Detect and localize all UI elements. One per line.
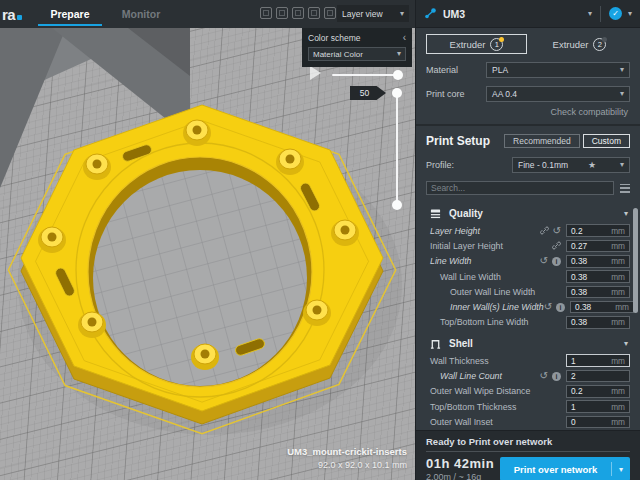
settings-list: Quality▾Layer Height↺0.2mmInitial Layer … <box>416 200 630 430</box>
extruder-2-tab[interactable]: Extruder 2 <box>529 34 630 54</box>
unit-text: mm <box>611 386 625 396</box>
layer-slider-upper-handle[interactable] <box>392 88 402 98</box>
unit-text: mm <box>611 317 625 327</box>
section-header-shell[interactable]: Shell▾ <box>416 333 630 353</box>
check-compatibility-link[interactable]: Check compatibility <box>428 107 628 117</box>
network-printer-icon <box>424 7 437 20</box>
value-field[interactable]: 2 <box>566 370 630 383</box>
value-field[interactable]: 1mm <box>566 400 630 413</box>
link-icon[interactable] <box>552 241 561 250</box>
color-scheme-panel: Color scheme ‹ Material Color▾ <box>302 28 412 67</box>
value-field[interactable]: 0.38mm <box>566 286 630 299</box>
material-label: Material <box>426 65 486 75</box>
info-icon[interactable]: i <box>552 372 561 381</box>
extruder-label: Extruder <box>450 39 486 50</box>
link-icon[interactable] <box>540 226 549 235</box>
print-over-network-button[interactable]: Print over network ▾ <box>500 457 630 480</box>
machine-dropdown-chevron[interactable]: ▾ <box>588 10 592 18</box>
scrollbar-handle[interactable] <box>633 208 638 313</box>
chevron-down-icon: ▾ <box>400 10 404 18</box>
model-3d[interactable] <box>0 0 415 480</box>
connection-status-icon: ✓ <box>609 7 622 20</box>
setting-row-layer-height: Layer Height↺0.2mm <box>416 223 630 238</box>
tab-prepare[interactable]: Prepare <box>36 0 104 28</box>
setting-row-outer-wall-inset: Outer Wall Inset0mm <box>416 414 630 429</box>
value-field[interactable]: 0.38mm <box>566 270 630 283</box>
custom-button[interactable]: Custom <box>583 134 630 148</box>
collapse-panel-icon[interactable]: ‹ <box>403 32 406 43</box>
layer-slider-lower-handle[interactable] <box>392 200 402 210</box>
layer-slider[interactable] <box>396 93 398 205</box>
revert-icon[interactable]: ↺ <box>553 226 561 236</box>
view-left-icon[interactable] <box>308 7 320 19</box>
value-field[interactable]: 0.2mm <box>566 385 630 398</box>
value-text: 0.38 <box>571 287 587 297</box>
value-text: 0.38 <box>575 302 591 312</box>
setting-label: Top/Bottom Line Width <box>430 317 529 327</box>
unit-text: mm <box>611 417 625 427</box>
print-core-select[interactable]: AA 0.4▾ <box>486 86 630 102</box>
recommended-button[interactable]: Recommended <box>504 134 580 148</box>
value-field[interactable]: 0.38mm <box>570 301 634 314</box>
search-input[interactable] <box>426 181 614 195</box>
view-right-icon[interactable] <box>324 7 336 19</box>
value-text: 1 <box>571 402 576 412</box>
settings-filter-icon[interactable] <box>620 184 630 193</box>
setting-label: Outer Wall Line Width <box>430 287 535 297</box>
chevron-down-icon: ▾ <box>620 66 624 74</box>
model-dimensions: 92.0 x 92.0 x 10.1 mm <box>287 460 407 470</box>
setting-label: Top/Bottom Thickness <box>430 402 516 412</box>
unit-text: mm <box>611 356 625 366</box>
value-field[interactable]: 0.27mm <box>566 240 630 253</box>
unit-text: mm <box>611 287 625 297</box>
chevron-down-icon[interactable]: ▾ <box>612 465 630 474</box>
extruder-1-tab[interactable]: Extruder 1 <box>426 34 527 54</box>
extruder-status-dot <box>499 37 504 42</box>
revert-icon[interactable]: ↺ <box>544 302 552 312</box>
view-3d-icon[interactable] <box>260 7 272 19</box>
info-icon[interactable]: i <box>556 303 565 312</box>
favorite-star-icon[interactable]: ★ <box>588 160 596 170</box>
view-top-icon[interactable] <box>292 7 304 19</box>
value-field[interactable]: 1mm <box>566 354 630 367</box>
path-slider-handle[interactable] <box>393 70 403 80</box>
print-time-estimate: 01h 42min <box>426 456 494 471</box>
value-text: 0.38 <box>571 256 587 266</box>
divider <box>426 451 630 452</box>
setting-row-top-bottom-thickness: Top/Bottom Thickness1mm <box>416 399 630 414</box>
status-dropdown-chevron[interactable]: ▾ <box>628 10 632 18</box>
path-slider[interactable] <box>332 74 398 76</box>
tab-monitor[interactable]: Monitor <box>112 0 170 28</box>
value-field[interactable]: 0mm <box>566 416 630 429</box>
value-field[interactable]: 0.38mm <box>566 316 630 329</box>
revert-icon[interactable]: ↺ <box>540 256 548 266</box>
extruder-number-badge: 2 <box>593 38 606 51</box>
model-label: UM3_mount-crickit-inserts 92.0 x 92.0 x … <box>287 446 407 470</box>
color-scheme-dropdown[interactable]: Material Color▾ <box>308 47 406 61</box>
section-title: Quality <box>449 208 483 219</box>
info-icon[interactable]: i <box>552 257 561 266</box>
value-text: 0.2 <box>571 226 583 236</box>
setting-row-wall-line-count: Wall Line Count↺i2 <box>416 368 630 383</box>
view-mode-dropdown[interactable]: Layer view▾ <box>337 5 409 22</box>
top-toolbar: ra Prepare Monitor Layer view▾ <box>0 0 415 28</box>
settings-panel: Quality▾Layer Height↺0.2mmInitial Layer … <box>416 200 640 430</box>
value-text: 0.38 <box>571 272 587 282</box>
unit-text: mm <box>611 241 625 251</box>
value-field[interactable]: 0.38mm <box>566 255 630 268</box>
profile-row: Profile: Fine - 0.1mm ★ ▾ <box>426 157 630 173</box>
shell-icon <box>430 338 441 349</box>
material-select[interactable]: PLA▾ <box>486 62 630 78</box>
view-front-icon[interactable] <box>276 7 288 19</box>
profile-label: Profile: <box>426 160 512 170</box>
section-header-quality[interactable]: Quality▾ <box>416 203 630 223</box>
value-field[interactable]: 0.2mm <box>566 224 630 237</box>
setting-label: Line Width <box>430 256 472 266</box>
revert-icon[interactable]: ↺ <box>540 371 548 381</box>
value-text: 0 <box>571 417 576 427</box>
profile-select[interactable]: Fine - 0.1mm ★ ▾ <box>512 157 630 173</box>
viewport-3d[interactable]: ra Prepare Monitor Layer view▾ Color sch… <box>0 0 415 480</box>
output-footer: Ready to Print over network 01h 42min 2.… <box>416 430 640 480</box>
play-simulation-button[interactable] <box>310 66 321 80</box>
setting-row-outer-wall-wipe-distance: Outer Wall Wipe Distance0.2mm <box>416 384 630 399</box>
